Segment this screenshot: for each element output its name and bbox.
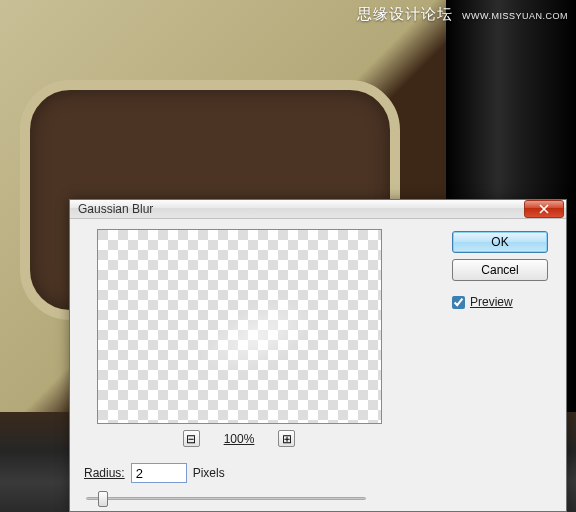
watermark-url: WWW.MISSYUAN.COM <box>462 11 568 21</box>
slider-thumb[interactable] <box>98 491 108 507</box>
zoom-out-button[interactable]: ⊟ <box>183 430 200 447</box>
dialog-title: Gaussian Blur <box>78 202 524 216</box>
zoom-in-button[interactable]: ⊞ <box>278 430 295 447</box>
zoom-level[interactable]: 100% <box>224 432 255 446</box>
close-icon <box>539 204 549 214</box>
preview-content <box>189 285 323 390</box>
filter-preview[interactable] <box>97 229 382 424</box>
preview-label: Preview <box>470 295 513 309</box>
watermark: 思缘设计论坛 WWW.MISSYUAN.COM <box>357 5 568 24</box>
radius-input[interactable] <box>131 463 187 483</box>
radius-unit: Pixels <box>193 466 225 480</box>
slider-track <box>86 497 366 500</box>
radius-label: Radius: <box>84 466 125 480</box>
zoom-controls: ⊟ 100% ⊞ <box>84 430 394 447</box>
dialog-left-column: ⊟ 100% ⊞ Radius: Pixels <box>84 229 394 507</box>
preview-toggle[interactable]: Preview <box>452 295 548 309</box>
close-button[interactable] <box>524 200 564 218</box>
dialog-body: ⊟ 100% ⊞ Radius: Pixels OK Cancel Previe… <box>70 219 566 512</box>
radius-row: Radius: Pixels <box>84 463 394 483</box>
preview-checkbox[interactable] <box>452 296 465 309</box>
radius-slider[interactable] <box>86 489 366 507</box>
gaussian-blur-dialog: Gaussian Blur ⊟ 100% ⊞ Radius: Pixels <box>69 199 567 512</box>
cancel-button[interactable]: Cancel <box>452 259 548 281</box>
dialog-titlebar[interactable]: Gaussian Blur <box>70 200 566 219</box>
watermark-text: 思缘设计论坛 <box>357 5 453 22</box>
dialog-right-column: OK Cancel Preview <box>394 229 552 507</box>
ok-button[interactable]: OK <box>452 231 548 253</box>
